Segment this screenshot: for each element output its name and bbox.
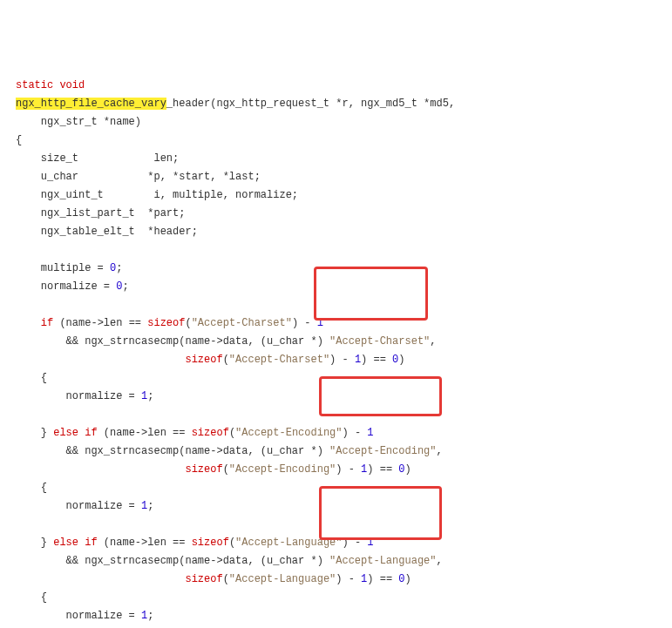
code-line: normalize = xyxy=(16,280,116,293)
string-accept-charset: "Accept-Charset" xyxy=(229,354,329,366)
keyword-else: else xyxy=(53,427,78,439)
code-text: normalize = xyxy=(16,610,141,622)
code-line: ngx_table_elt_t *header; xyxy=(16,226,198,238)
keyword-if: if xyxy=(41,317,53,329)
keyword-sizeof: sizeof xyxy=(147,317,185,329)
code-text: ; xyxy=(122,280,128,293)
code-text: normalize = xyxy=(16,390,141,402)
code-text: && ngx_strncasecmp(name->data, (u_char *… xyxy=(16,445,329,457)
keyword-else: else xyxy=(53,537,78,549)
code-block: static void ngx_http_file_cache_vary_hea… xyxy=(16,77,672,628)
keyword-sizeof: sizeof xyxy=(185,354,222,366)
code-text: ) == xyxy=(367,463,398,476)
string-accept-language: "Accept-Language" xyxy=(329,555,436,567)
code-text: } xyxy=(16,427,53,439)
code-text: ) == xyxy=(367,573,398,585)
code-text: normalize = xyxy=(16,500,141,512)
code-text: ) - xyxy=(336,463,361,476)
code-text: ; xyxy=(147,390,153,402)
keyword-sizeof: sizeof xyxy=(192,537,229,549)
code-text: && ngx_strncasecmp(name->data, (u_char *… xyxy=(16,335,329,348)
number-literal: 0 xyxy=(398,573,404,585)
number-literal: 1 xyxy=(317,317,323,329)
keyword-void: void xyxy=(59,79,85,91)
number-literal: 1 xyxy=(367,427,373,439)
code-text xyxy=(16,463,185,476)
string-accept-encoding: "Accept-Encoding" xyxy=(235,427,342,439)
code-line: multiple = xyxy=(16,262,110,274)
code-text: (name->len == xyxy=(53,317,147,329)
code-text: ( xyxy=(185,317,191,329)
code-text: ) xyxy=(405,463,411,476)
code-text: ) - xyxy=(336,573,361,585)
code-text: (name->len == xyxy=(98,537,192,549)
highlighted-function-name: ngx_http_file_cache_vary xyxy=(16,98,166,110)
code-text: ( xyxy=(229,427,235,439)
code-text: ( xyxy=(223,354,229,366)
number-literal: 1 xyxy=(367,537,373,549)
code-text xyxy=(16,317,41,329)
brace-open: { xyxy=(16,372,47,384)
keyword-sizeof: sizeof xyxy=(192,427,229,439)
string-accept-language: "Accept-Language" xyxy=(229,573,336,585)
code-text: (name->len == xyxy=(98,427,192,439)
string-accept-language: "Accept-Language" xyxy=(235,537,342,549)
code-text: ; xyxy=(116,262,122,274)
code-text: ; xyxy=(147,610,153,622)
string-accept-encoding: "Accept-Encoding" xyxy=(229,463,336,476)
keyword-if: if xyxy=(85,427,97,439)
code-text: ) - xyxy=(343,537,368,549)
string-accept-encoding: "Accept-Encoding" xyxy=(329,445,436,457)
code-text: ( xyxy=(229,537,235,549)
keyword-sizeof: sizeof xyxy=(185,573,222,585)
brace-open: { xyxy=(16,134,22,146)
code-line: u_char *p, *start, *last; xyxy=(16,171,261,183)
code-text: , xyxy=(436,445,442,457)
string-accept-charset: "Accept-Charset" xyxy=(192,317,292,329)
code-text: , xyxy=(430,335,436,348)
string-accept-charset: "Accept-Charset" xyxy=(329,335,430,348)
code-text: ( xyxy=(223,573,229,585)
keyword-sizeof: sizeof xyxy=(185,463,222,476)
code-text: ) xyxy=(398,354,404,366)
code-text xyxy=(16,354,185,366)
code-text: ( xyxy=(223,463,229,476)
code-line: ngx_str_t *name) xyxy=(16,116,141,128)
number-literal: 0 xyxy=(398,463,404,476)
keyword-static: static xyxy=(16,79,53,91)
code-text: ) xyxy=(405,573,411,585)
code-line: ngx_list_part_t *part; xyxy=(16,207,185,219)
code-text: ) - xyxy=(343,427,368,439)
brace-open: { xyxy=(16,482,47,494)
code-text: ; xyxy=(147,500,153,512)
number-literal: 1 xyxy=(355,354,361,366)
code-line: ngx_uint_t i, multiple, normalize; xyxy=(16,189,298,201)
code-text: , xyxy=(436,555,442,567)
code-text: && ngx_strncasecmp(name->data, (u_char *… xyxy=(16,555,329,567)
code-text xyxy=(16,573,185,585)
code-text: ) == xyxy=(361,354,392,366)
code-line: size_t len; xyxy=(16,152,179,165)
code-text: ) - xyxy=(292,317,317,329)
keyword-if: if xyxy=(85,537,97,549)
function-signature: _header(ngx_http_request_t *r, ngx_md5_t… xyxy=(166,98,455,110)
brace-open: { xyxy=(16,591,47,604)
code-text: } xyxy=(16,537,53,549)
code-text: ) - xyxy=(329,354,355,366)
